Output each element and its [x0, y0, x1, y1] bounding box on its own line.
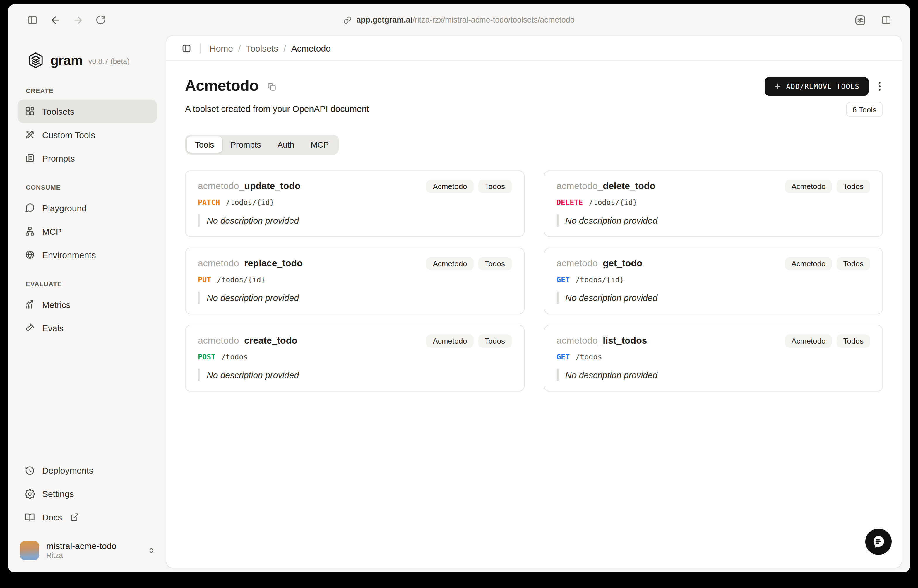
- address-bar[interactable]: app.getgram.ai/ritza-rzx/mistral-acme-to…: [343, 16, 575, 24]
- tool-card-delete-todo[interactable]: acmetodo_delete_todo AcmetodoTodos DELET…: [544, 170, 883, 237]
- sidebar-item-environments[interactable]: Environments: [18, 243, 157, 267]
- tool-card-update-todo[interactable]: acmetodo_update_todo AcmetodoTodos PATCH…: [185, 170, 524, 237]
- more-options-icon[interactable]: [876, 80, 883, 93]
- copy-icon[interactable]: [267, 82, 276, 92]
- tool-name: acmetodo_delete_todo: [556, 180, 655, 193]
- browser-split-view-icon[interactable]: [877, 11, 895, 29]
- tab-prompts[interactable]: Prompts: [222, 136, 269, 153]
- tool-description: No description provided: [198, 291, 511, 304]
- tab-auth[interactable]: Auth: [269, 136, 303, 153]
- logo-text: gram: [50, 52, 82, 68]
- breadcrumb-toolsets[interactable]: Toolsets: [246, 43, 278, 53]
- browser-page-settings-icon[interactable]: [851, 11, 869, 29]
- breadcrumb-home[interactable]: Home: [210, 43, 233, 53]
- sidebar-item-label: Prompts: [42, 153, 75, 163]
- sidebar-item-label: Deployments: [42, 465, 94, 475]
- badge-todos: Todos: [478, 334, 511, 348]
- globe-icon: [24, 249, 35, 260]
- http-method: GET: [556, 352, 570, 361]
- http-method: POST: [198, 352, 215, 361]
- badge-acmetodo: Acmetodo: [785, 257, 832, 270]
- tool-card-get-todo[interactable]: acmetodo_get_todo AcmetodoTodos GET/todo…: [544, 248, 883, 314]
- tool-name: acmetodo_replace_todo: [198, 257, 303, 270]
- tool-description: No description provided: [198, 214, 511, 226]
- sidebar-item-mcp[interactable]: MCP: [18, 220, 157, 243]
- tab-bar: Tools Prompts Auth MCP: [185, 135, 339, 155]
- badge-acmetodo: Acmetodo: [427, 180, 474, 193]
- endpoint-path: /todos/{id}: [226, 198, 274, 207]
- book-icon: [24, 512, 35, 522]
- browser-sidebar-toggle-icon[interactable]: [23, 11, 41, 29]
- crossed-tools-icon: [24, 129, 35, 140]
- http-method: DELETE: [556, 198, 583, 207]
- panel-toggle-icon[interactable]: [181, 43, 191, 53]
- sidebar-item-deployments[interactable]: Deployments: [18, 459, 157, 482]
- section-label-evaluate: EVALUATE: [26, 280, 157, 288]
- plus-icon: [774, 82, 782, 90]
- breadcrumb-bar: Home / Toolsets / Acmetodo: [166, 36, 902, 61]
- sidebar-item-docs[interactable]: Docs: [18, 506, 157, 529]
- sidebar-item-prompts[interactable]: Prompts: [18, 146, 157, 170]
- sidebar-item-playground[interactable]: Playground: [18, 196, 157, 220]
- tool-card-replace-todo[interactable]: acmetodo_replace_todo AcmetodoTodos PUT/…: [185, 248, 524, 314]
- history-icon: [24, 465, 35, 476]
- endpoint: GET/todos/{id}: [556, 275, 870, 284]
- badge-todos: Todos: [837, 334, 870, 348]
- endpoint-path: /todos/{id}: [217, 275, 265, 284]
- sidebar-item-custom-tools[interactable]: Custom Tools: [18, 123, 157, 146]
- chevron-up-down-icon: [147, 546, 156, 555]
- browser-refresh-icon[interactable]: [92, 11, 110, 29]
- endpoint-path: /todos: [575, 352, 602, 361]
- main-panel: Home / Toolsets / Acmetodo Acmetodo: [166, 36, 902, 568]
- tab-mcp[interactable]: MCP: [302, 136, 337, 153]
- sidebar-item-label: Environments: [42, 250, 96, 260]
- badge-todos: Todos: [837, 180, 870, 193]
- browser-back-icon[interactable]: [46, 11, 64, 29]
- url-domain: app.getgram.ai: [356, 16, 412, 24]
- tool-name: acmetodo_update_todo: [198, 180, 301, 193]
- sidebar-item-toolsets[interactable]: Toolsets: [18, 100, 157, 123]
- badge-todos: Todos: [837, 257, 870, 270]
- endpoint: POST/todos: [198, 352, 511, 361]
- browser-right-controls: [851, 11, 895, 29]
- add-remove-tools-button[interactable]: ADD/REMOVE TOOLS: [764, 77, 869, 96]
- sidebar-item-settings[interactable]: Docs Settings: [18, 482, 157, 506]
- breadcrumb-separator: /: [283, 43, 286, 53]
- browser-forward-icon[interactable]: [69, 11, 87, 29]
- app-body: gram v0.8.7 (beta) CREATE Toolsets: [8, 36, 910, 572]
- sidebar-item-evals[interactable]: Evals: [18, 316, 157, 339]
- chat-bubble-filled-icon: [871, 534, 886, 550]
- sidebar-item-metrics[interactable]: Metrics: [18, 293, 157, 316]
- tool-description: No description provided: [556, 291, 870, 304]
- chart-icon: [24, 299, 35, 310]
- hierarchy-icon: [24, 226, 35, 236]
- badge-acmetodo: Acmetodo: [785, 180, 832, 193]
- http-method: PUT: [198, 275, 211, 284]
- account-switcher[interactable]: mistral-acme-todo Ritza: [18, 541, 157, 561]
- url-text: app.getgram.ai/ritza-rzx/mistral-acme-to…: [356, 16, 575, 24]
- sidebar-item-label: Docs: [42, 512, 62, 522]
- badge-todos: Todos: [478, 180, 511, 193]
- external-link-icon: [70, 513, 79, 522]
- tab-tools[interactable]: Tools: [187, 136, 222, 153]
- account-text: mistral-acme-todo Ritza: [46, 541, 140, 561]
- sidebar: gram v0.8.7 (beta) CREATE Toolsets: [8, 36, 166, 572]
- gear-icon: [24, 488, 35, 499]
- badge-acmetodo: Acmetodo: [427, 334, 474, 348]
- account-org: Ritza: [46, 552, 140, 561]
- sidebar-nav: CREATE Toolsets Custom Tools: [18, 73, 157, 339]
- logo-row[interactable]: gram v0.8.7 (beta): [18, 44, 157, 73]
- avatar: [20, 541, 39, 561]
- tool-name: acmetodo_list_todos: [556, 334, 647, 347]
- title-block: Acmetodo A toolset created from your Ope…: [185, 77, 369, 113]
- tool-card-create-todo[interactable]: acmetodo_create_todo AcmetodoTodos POST/…: [185, 325, 524, 392]
- endpoint-path: /todos/{id}: [589, 198, 637, 207]
- tool-name: acmetodo_get_todo: [556, 257, 642, 270]
- blocks-icon: [24, 106, 35, 116]
- tool-description: No description provided: [556, 214, 870, 226]
- chat-support-button[interactable]: [865, 528, 892, 555]
- endpoint: PUT/todos/{id}: [198, 275, 511, 284]
- tool-card-list-todos[interactable]: acmetodo_list_todos AcmetodoTodos GET/to…: [544, 325, 883, 392]
- sidebar-item-label: Metrics: [42, 299, 71, 309]
- http-method: GET: [556, 275, 570, 284]
